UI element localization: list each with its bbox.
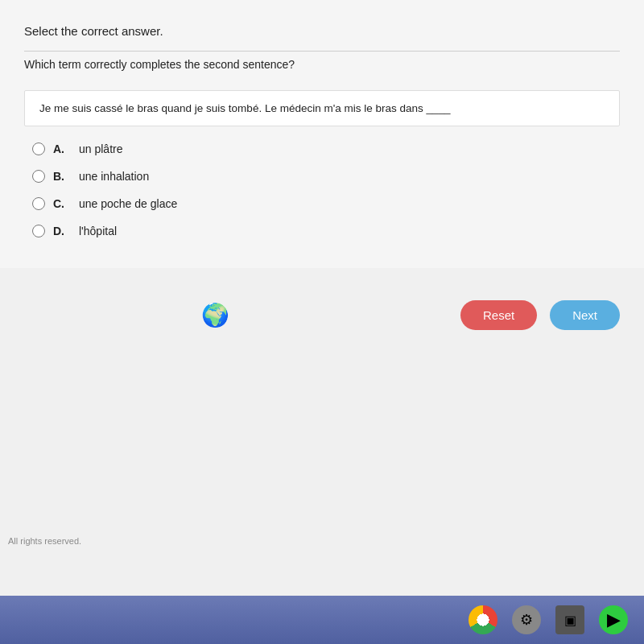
gear-icon[interactable]: ⚙ [512, 605, 541, 634]
radio-c[interactable] [32, 197, 45, 210]
button-row: 🌍 Reset Next [0, 292, 644, 338]
next-button[interactable]: Next [550, 300, 620, 330]
radio-b[interactable] [32, 170, 45, 183]
radio-d[interactable] [32, 225, 45, 237]
instruction-text: Select the correct answer. [24, 24, 620, 38]
option-item-b[interactable]: B.une inhalation [32, 170, 620, 183]
window-icon[interactable]: ▣ [555, 605, 584, 634]
footer-text: All rights reserved. [8, 536, 81, 546]
mascot-emoji: 🌍 [201, 302, 229, 328]
option-text-b: une inhalation [79, 170, 149, 183]
option-item-a[interactable]: A.un plâtre [32, 142, 620, 155]
option-item-d[interactable]: D.l'hôpital [32, 225, 620, 237]
chrome-icon[interactable] [469, 605, 497, 634]
option-letter-d: D. [53, 225, 69, 237]
option-letter-a: A. [53, 142, 69, 155]
options-list: A.un plâtreB.une inhalationC.une poche d… [32, 142, 620, 237]
option-text-c: une poche de glace [79, 197, 177, 210]
option-text-a: un plâtre [79, 142, 122, 155]
sentence-display: Je me suis cassé le bras quand je suis t… [24, 90, 620, 126]
option-letter-c: C. [53, 197, 69, 210]
taskbar: ⚙ ▣ ▶ [0, 596, 644, 644]
option-letter-b: B. [53, 170, 69, 183]
option-item-c[interactable]: C.une poche de glace [32, 197, 620, 210]
question-text: Which term correctly completes the secon… [24, 58, 620, 71]
radio-a[interactable] [32, 142, 45, 155]
divider [24, 51, 620, 52]
play-icon[interactable]: ▶ [599, 605, 628, 634]
reset-button[interactable]: Reset [460, 300, 537, 330]
option-text-d: l'hôpital [79, 225, 117, 237]
